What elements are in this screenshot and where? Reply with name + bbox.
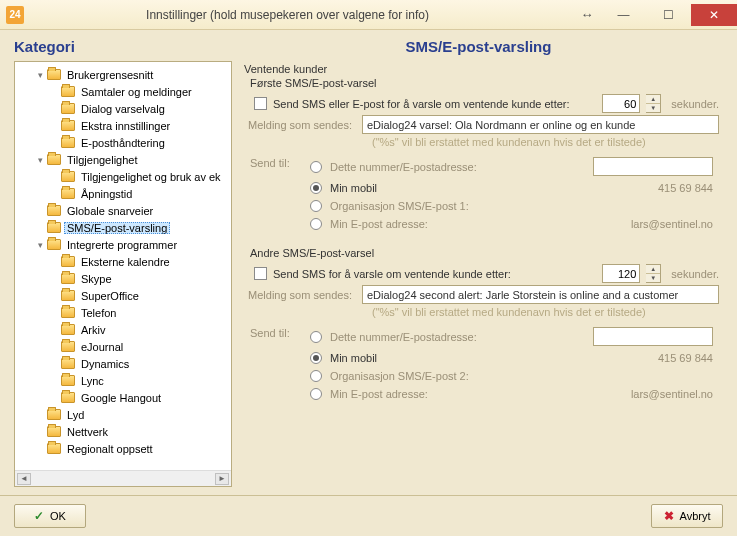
first-radio-mymobile-label: Min mobil bbox=[330, 182, 377, 194]
tree-item-label: Brukergrensesnitt bbox=[64, 69, 156, 81]
tree-item[interactable]: Google Hangout bbox=[17, 389, 229, 406]
first-msg-input[interactable] bbox=[362, 115, 719, 134]
category-tree: ▾BrukergrensesnittSamtaler og meldingerD… bbox=[14, 61, 232, 487]
second-radio-number[interactable] bbox=[310, 331, 322, 343]
folder-icon bbox=[61, 307, 75, 318]
minimize-button[interactable]: — bbox=[601, 4, 646, 26]
first-radio-email-label: Min E-post adresse: bbox=[330, 218, 428, 230]
second-alert-checkbox[interactable] bbox=[254, 267, 267, 280]
folder-icon bbox=[47, 154, 61, 165]
tree-item-label: Arkiv bbox=[78, 324, 108, 336]
folder-icon bbox=[61, 324, 75, 335]
ok-button[interactable]: ✓ OK bbox=[14, 504, 86, 528]
tree-item-label: Nettverk bbox=[64, 426, 111, 438]
tree-h-scrollbar[interactable]: ◄ ► bbox=[15, 470, 231, 486]
folder-icon bbox=[61, 273, 75, 284]
second-radio-mymobile[interactable] bbox=[310, 352, 322, 364]
first-radio-number[interactable] bbox=[310, 161, 322, 173]
tree-item-label: Telefon bbox=[78, 307, 119, 319]
second-radio-mymobile-label: Min mobil bbox=[330, 352, 377, 364]
second-radio-org[interactable] bbox=[310, 370, 322, 382]
cancel-button[interactable]: ✖ Avbryt bbox=[651, 504, 723, 528]
first-alert-seconds-spinner[interactable]: ▲▼ bbox=[646, 94, 661, 113]
tree-item[interactable]: Dynamics bbox=[17, 355, 229, 372]
second-msg-label: Melding som sendes: bbox=[244, 289, 356, 301]
first-radio-mymobile[interactable] bbox=[310, 182, 322, 194]
tree-item[interactable]: Ekstra innstillinger bbox=[17, 117, 229, 134]
tree-item-label: Ekstra innstillinger bbox=[78, 120, 173, 132]
second-radio-email[interactable] bbox=[310, 388, 322, 400]
tree-item-label: Integrerte programmer bbox=[64, 239, 180, 251]
second-msg-input[interactable] bbox=[362, 285, 719, 304]
tree-item[interactable]: Lync bbox=[17, 372, 229, 389]
tree-item-label: Tilgjengelighet bbox=[64, 154, 141, 166]
folder-icon bbox=[47, 205, 61, 216]
cancel-button-label: Avbryt bbox=[680, 510, 711, 522]
first-mymobile-value: 415 69 844 bbox=[658, 182, 719, 194]
folder-icon bbox=[61, 256, 75, 267]
heading-row: Kategori SMS/E-post-varsling bbox=[0, 30, 737, 61]
tree-item[interactable]: eJournal bbox=[17, 338, 229, 355]
first-alert-seconds-input[interactable] bbox=[602, 94, 640, 113]
footer: ✓ OK ✖ Avbryt bbox=[0, 495, 737, 536]
first-number-input[interactable] bbox=[593, 157, 713, 176]
tree-list[interactable]: ▾BrukergrensesnittSamtaler og meldingerD… bbox=[15, 62, 231, 470]
first-msg-hint: ("%s" vil bli erstattet med kundenavn hv… bbox=[372, 135, 719, 154]
tree-item[interactable]: Nettverk bbox=[17, 423, 229, 440]
folder-icon bbox=[61, 103, 75, 114]
maximize-button[interactable]: ☐ bbox=[646, 4, 691, 26]
first-radio-email[interactable] bbox=[310, 218, 322, 230]
first-alert-checkbox[interactable] bbox=[254, 97, 267, 110]
second-radio-email-label: Min E-post adresse: bbox=[330, 388, 428, 400]
tree-item[interactable]: Lyd bbox=[17, 406, 229, 423]
pending-customers-heading: Ventende kunder bbox=[244, 63, 719, 75]
second-radio-number-label: Dette nummer/E-postadresse: bbox=[330, 331, 477, 343]
tree-item-label: Skype bbox=[78, 273, 115, 285]
second-alert-seconds-unit: sekunder. bbox=[671, 268, 719, 280]
close-button[interactable]: ✕ bbox=[691, 4, 737, 26]
move-icon[interactable]: ↔ bbox=[573, 7, 601, 22]
first-radio-org-label: Organisasjon SMS/E-post 1: bbox=[330, 200, 469, 212]
tree-item-label: Eksterne kalendre bbox=[78, 256, 173, 268]
second-email-value: lars@sentinel.no bbox=[631, 388, 719, 400]
second-alert-seconds-input[interactable] bbox=[602, 264, 640, 283]
first-radio-number-label: Dette nummer/E-postadresse: bbox=[330, 161, 477, 173]
tree-item[interactable]: ▾Tilgjengelighet bbox=[17, 151, 229, 168]
tree-item[interactable]: Dialog varselvalg bbox=[17, 100, 229, 117]
tree-item[interactable]: ▾Integrerte programmer bbox=[17, 236, 229, 253]
tree-item[interactable]: Regionalt oppsett bbox=[17, 440, 229, 457]
check-icon: ✓ bbox=[34, 509, 44, 523]
first-radio-org[interactable] bbox=[310, 200, 322, 212]
tree-item[interactable]: E-posthåndtering bbox=[17, 134, 229, 151]
tree-item[interactable]: SMS/E-post-varsling bbox=[17, 219, 229, 236]
first-sendto-label: Send til: bbox=[250, 154, 310, 233]
panel-heading: SMS/E-post-varsling bbox=[234, 38, 723, 55]
tree-expander-icon[interactable]: ▾ bbox=[35, 240, 46, 250]
settings-panel: Ventende kunder Første SMS/E-post-varsel… bbox=[240, 61, 723, 487]
second-number-input[interactable] bbox=[593, 327, 713, 346]
second-sendto-label: Send til: bbox=[250, 324, 310, 403]
window-buttons: — ☐ ✕ bbox=[601, 4, 737, 26]
second-alert-heading: Andre SMS/E-post-varsel bbox=[250, 247, 719, 259]
tree-item[interactable]: Skype bbox=[17, 270, 229, 287]
tree-item[interactable]: Åpningstid bbox=[17, 185, 229, 202]
scroll-left-icon[interactable]: ◄ bbox=[17, 473, 31, 485]
tree-expander-icon[interactable]: ▾ bbox=[35, 70, 46, 80]
tree-item[interactable]: ▾Brukergrensesnitt bbox=[17, 66, 229, 83]
tree-item[interactable]: Arkiv bbox=[17, 321, 229, 338]
tree-item[interactable]: Eksterne kalendre bbox=[17, 253, 229, 270]
tree-item-label: Google Hangout bbox=[78, 392, 164, 404]
tree-item[interactable]: Telefon bbox=[17, 304, 229, 321]
tree-expander-icon[interactable]: ▾ bbox=[35, 155, 46, 165]
tree-item[interactable]: Samtaler og meldinger bbox=[17, 83, 229, 100]
tree-item[interactable]: Globale snarveier bbox=[17, 202, 229, 219]
first-alert-seconds-unit: sekunder. bbox=[671, 98, 719, 110]
tree-item-label: Tilgjengelighet og bruk av ek bbox=[78, 171, 224, 183]
second-alert-seconds-spinner[interactable]: ▲▼ bbox=[646, 264, 661, 283]
tree-item[interactable]: Tilgjengelighet og bruk av ek bbox=[17, 168, 229, 185]
folder-icon bbox=[47, 409, 61, 420]
tree-item[interactable]: SuperOffice bbox=[17, 287, 229, 304]
scroll-right-icon[interactable]: ► bbox=[215, 473, 229, 485]
folder-icon bbox=[61, 86, 75, 97]
body: ▾BrukergrensesnittSamtaler og meldingerD… bbox=[0, 61, 737, 495]
